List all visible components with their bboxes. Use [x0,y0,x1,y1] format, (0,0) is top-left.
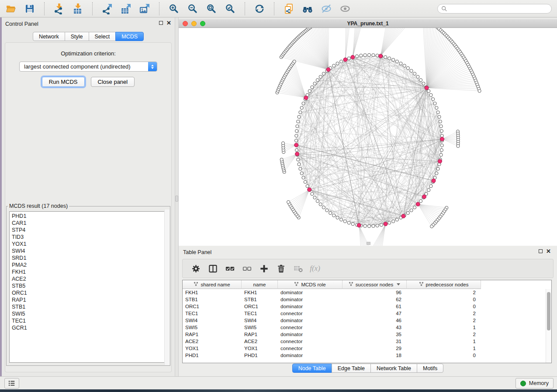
tab-edge-table[interactable]: Edge Table [332,364,371,373]
zoom-selected-icon[interactable] [225,3,236,14]
mcds-result-group: MCDS result (17 nodes) PHD1CAR1STP4TID3Y… [6,203,170,366]
table-row[interactable]: ACE2ACE2connector311 [183,338,551,345]
table-row[interactable]: ORC1ORC1dominator610 [183,303,551,310]
mcds-node-item[interactable]: SWI4 [12,248,167,254]
tab-network[interactable]: Network [33,32,65,41]
table-row[interactable]: PHD1PHD1dominator180 [183,352,551,359]
float-table-panel-icon[interactable] [539,249,543,253]
column-type-icon [194,282,198,287]
deselect-all-icon[interactable] [242,263,252,274]
mcds-node-item[interactable]: PMA2 [12,261,167,268]
tab-mcds[interactable]: MCDS [115,32,144,41]
mcds-node-item[interactable]: ORC1 [12,289,167,296]
import-table-icon[interactable] [72,3,83,14]
tab-network-table[interactable]: Network Table [370,364,417,373]
run-mcds-button[interactable]: Run MCDS [42,77,85,87]
memory-label: Memory [529,380,549,386]
node-table: shared namenameMCDS rolesuccessor nodesp… [182,280,552,363]
tab-select[interactable]: Select [89,32,116,41]
mcds-node-item[interactable]: YOX1 [12,241,167,248]
zoom-fit-icon[interactable] [206,3,217,14]
table-cell: connector [278,338,343,345]
network-canvas[interactable] [179,28,557,246]
mcds-node-item[interactable]: STP4 [12,227,167,234]
mcds-node-item[interactable]: STB5 [12,282,167,289]
column-header-name[interactable]: name [242,280,278,289]
network-window: YPA_prune.txt_1 [179,17,557,246]
close-panel-button[interactable]: Close panel [91,77,135,87]
clone-network-icon[interactable] [283,3,294,14]
column-header-mcds-role[interactable]: MCDS role [278,280,343,289]
memory-button[interactable]: Memory [515,378,554,389]
show-all-icon[interactable] [339,3,351,14]
table-cell: STB1 [242,296,278,303]
column-header-predecessor-nodes[interactable]: predecessor nodes [407,280,481,289]
search-input[interactable] [450,6,548,12]
table-cell: PHD1 [242,352,278,359]
table-row[interactable]: SWI4SWI4dominator462 [183,317,551,324]
mcds-node-item[interactable]: GCR1 [12,324,167,331]
settings-gear-icon[interactable] [190,263,201,274]
mcds-list-scrollbar[interactable] [164,210,170,365]
save-session-icon[interactable] [24,3,35,14]
table-cell: RAP1 [183,331,242,338]
close-table-panel-icon[interactable]: ✕ [546,249,551,254]
table-row[interactable]: SWI5SWI5connector431 [183,324,551,331]
splitter-grip[interactable] [175,196,178,202]
tab-motifs[interactable]: Motifs [417,364,443,373]
select-all-icon[interactable] [225,263,235,274]
table-row[interactable]: STB1STB1dominator620 [183,296,551,303]
table-cell: 2 [407,331,481,338]
tab-style[interactable]: Style [65,32,89,41]
memory-status-icon [520,381,526,386]
export-table-icon[interactable] [120,3,131,14]
table-row[interactable]: FKH1FKH1dominator962 [183,289,551,296]
tab-node-table[interactable]: Node Table [292,364,332,373]
search-box[interactable] [437,4,552,14]
zoom-in-icon[interactable] [168,3,180,14]
import-network-icon[interactable] [53,3,65,14]
column-header-successor-nodes[interactable]: successor nodes [343,280,407,289]
task-history-button[interactable] [4,378,19,389]
table-scrollbar[interactable] [546,289,551,363]
export-image-icon[interactable] [139,3,150,14]
table-cell: dominator [278,303,343,310]
float-panel-icon[interactable] [159,21,163,25]
mcds-node-item[interactable]: PHD1 [12,213,167,220]
mcds-node-item[interactable]: FKH1 [12,268,167,275]
canvas-grip[interactable] [367,242,370,245]
control-panel-title: Control Panel [5,21,38,27]
column-header-shared-name[interactable]: shared name [183,280,242,289]
optimization-criterion-select[interactable]: largest connected component (undirected) [19,62,157,72]
close-panel-icon[interactable]: ✕ [166,21,171,25]
mcds-node-item[interactable]: RAP1 [12,296,167,303]
mcds-node-item[interactable]: CAR1 [12,220,167,227]
network-graph [179,28,557,246]
refresh-icon[interactable] [254,3,265,14]
hide-selected-icon[interactable] [321,3,332,14]
split-view-icon[interactable] [208,263,218,274]
zoom-out-icon[interactable] [187,3,198,14]
network-window-titlebar[interactable]: YPA_prune.txt_1 [179,19,557,28]
table-cell: ACE2 [183,338,242,345]
table-row[interactable]: RAP1RAP1dominator352 [183,331,551,338]
mcds-node-item[interactable]: SRD1 [12,254,167,261]
table-row[interactable]: YOX1YOX1connector291 [183,345,551,352]
table-row[interactable]: TEC1TEC1connector472 [183,310,551,317]
mcds-node-item[interactable]: TID3 [12,234,167,241]
add-column-icon[interactable] [259,263,269,274]
mcds-node-item[interactable]: SWI5 [12,310,167,317]
table-cell: 35 [343,331,407,338]
mcds-result-list[interactable]: PHD1CAR1STP4TID3YOX1SWI4SRD1PMA2FKH1ACE2… [9,211,167,363]
table-scrollbar-thumb[interactable] [547,292,550,330]
export-network-icon[interactable] [101,3,113,14]
mcds-node-item[interactable]: STB1 [12,303,167,310]
search-neighbors-icon[interactable] [302,3,313,14]
mcds-node-item[interactable]: TEC1 [12,317,167,324]
delete-column-icon[interactable] [276,263,286,274]
control-panel: Control Panel ✕ NetworkStyleSelectMCDS O… [2,17,175,376]
panel-splitter[interactable] [175,17,179,376]
mcds-node-item[interactable]: ACE2 [12,275,167,282]
table-cell: ORC1 [183,303,242,310]
open-session-icon[interactable] [5,3,17,14]
